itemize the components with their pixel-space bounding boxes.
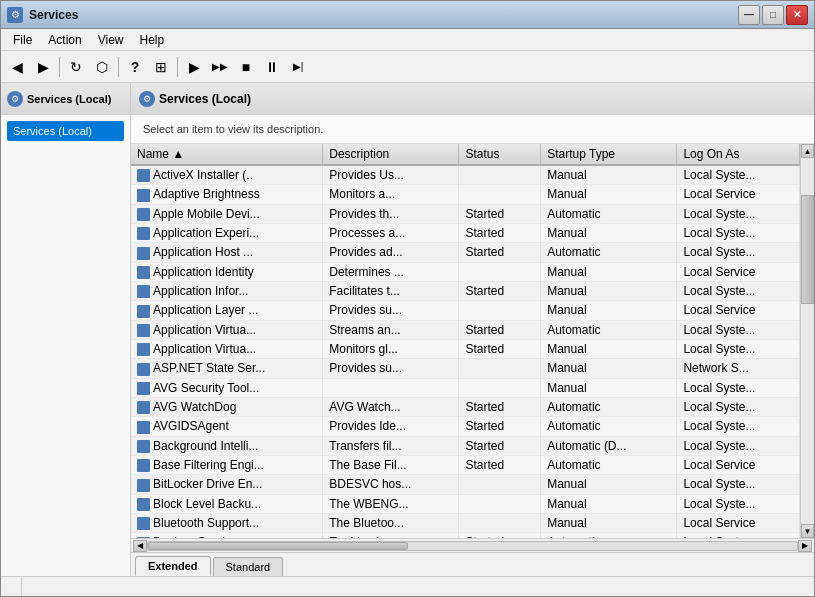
table-row[interactable]: Block Level Backu...The WBENG...ManualLo… [131, 494, 800, 513]
properties-button[interactable]: ⊞ [149, 55, 173, 79]
service-description: Provides ad... [323, 243, 459, 262]
service-status: Started [459, 397, 541, 416]
service-logon: Local Service [677, 262, 800, 281]
scroll-track[interactable] [801, 158, 814, 524]
stop-button[interactable]: ■ [234, 55, 258, 79]
table-row[interactable]: Adaptive BrightnessMonitors a...ManualLo… [131, 185, 800, 204]
service-name: Block Level Backu... [153, 497, 261, 511]
col-startup-type[interactable]: Startup Type [541, 144, 677, 165]
service-name-cell: Application Infor... [131, 281, 323, 300]
col-name[interactable]: Name ▲ [131, 144, 323, 165]
service-description: Monitors a... [323, 185, 459, 204]
vertical-scrollbar[interactable]: ▲ ▼ [800, 144, 814, 538]
scroll-left-button[interactable]: ◀ [133, 540, 147, 552]
service-logon: Network S... [677, 359, 800, 378]
table-row[interactable]: Apple Mobile Devi...Provides th...Starte… [131, 204, 800, 223]
table-row[interactable]: Application Virtua...Streams an...Starte… [131, 320, 800, 339]
horizontal-scrollbar[interactable]: ◀ ▶ [131, 538, 814, 552]
help-button[interactable]: ? [123, 55, 147, 79]
service-startup-type: Manual [541, 165, 677, 185]
table-row[interactable]: Application Host ...Provides ad...Starte… [131, 243, 800, 262]
table-row[interactable]: Application IdentityDetermines ...Manual… [131, 262, 800, 281]
menu-action[interactable]: Action [40, 31, 89, 49]
forward-button[interactable]: ▶ [31, 55, 55, 79]
menu-file[interactable]: File [5, 31, 40, 49]
service-status [459, 378, 541, 397]
service-icon [137, 498, 150, 511]
table-row[interactable]: Background Intelli...Transfers fil...Sta… [131, 436, 800, 455]
table-row[interactable]: Application Infor...Facilitates t...Star… [131, 281, 800, 300]
scroll-down-button[interactable]: ▼ [801, 524, 814, 538]
service-description: The Base Fil... [323, 455, 459, 474]
h-scroll-thumb[interactable] [148, 542, 408, 550]
service-logon: Local Syste... [677, 281, 800, 300]
tab-standard[interactable]: Standard [213, 557, 284, 576]
scroll-up-button[interactable]: ▲ [801, 144, 814, 158]
back-button[interactable]: ◀ [5, 55, 29, 79]
table-row[interactable]: ASP.NET State Ser...Provides su...Manual… [131, 359, 800, 378]
toolbar-separator-2 [118, 57, 119, 77]
service-startup-type: Automatic (D... [541, 436, 677, 455]
services-panel: ⚙ Services (Local) Select an item to vie… [131, 83, 814, 576]
services-table: Name ▲ Description Status Startup Type L… [131, 144, 800, 538]
table-row[interactable]: BitLocker Drive En...BDESVC hos...Manual… [131, 475, 800, 494]
menu-help[interactable]: Help [132, 31, 173, 49]
service-startup-type: Manual [541, 513, 677, 532]
service-name: ASP.NET State Ser... [153, 361, 265, 375]
maximize-button[interactable]: □ [762, 5, 784, 25]
table-row[interactable]: Application Virtua...Monitors gl...Start… [131, 339, 800, 358]
h-scroll-track[interactable] [147, 541, 798, 551]
table-row[interactable]: AVG WatchDogAVG Watch...StartedAutomatic… [131, 397, 800, 416]
table-row[interactable]: Base Filtering Engi...The Base Fil...Sta… [131, 455, 800, 474]
table-row[interactable]: AVGIDSAgentProvides Ide...StartedAutomat… [131, 417, 800, 436]
service-name: AVG WatchDog [153, 400, 236, 414]
service-status: Started [459, 223, 541, 242]
service-icon [137, 305, 150, 318]
service-name-cell: AVG Security Tool... [131, 378, 323, 397]
service-status: Started [459, 436, 541, 455]
services-icon: ⚙ [139, 91, 155, 107]
service-startup-type: Manual [541, 223, 677, 242]
service-status [459, 359, 541, 378]
service-name-cell: Apple Mobile Devi... [131, 204, 323, 223]
col-logon[interactable]: Log On As [677, 144, 800, 165]
col-status[interactable]: Status [459, 144, 541, 165]
main-area: ⚙ Services (Local) Services (Local) ⚙ Se… [1, 83, 814, 576]
refresh-button[interactable]: ↻ [64, 55, 88, 79]
col-description[interactable]: Description [323, 144, 459, 165]
service-name: Bluetooth Support... [153, 516, 259, 530]
table-row[interactable]: AVG Security Tool...ManualLocal Syste... [131, 378, 800, 397]
start-service-button[interactable]: ▶ [182, 55, 206, 79]
service-description: BDESVC hos... [323, 475, 459, 494]
close-button[interactable]: ✕ [786, 5, 808, 25]
table-row[interactable]: Application Experi...Processes a...Start… [131, 223, 800, 242]
services-panel-title: Services (Local) [159, 92, 251, 106]
sidebar-content: Services (Local) [1, 115, 130, 576]
service-status: Started [459, 204, 541, 223]
service-startup-type: Manual [541, 359, 677, 378]
scroll-thumb[interactable] [801, 195, 814, 305]
table-row[interactable]: ActiveX Installer (..Provides Us...Manua… [131, 165, 800, 185]
play2-button[interactable]: ▶▶ [208, 55, 232, 79]
service-icon [137, 537, 150, 538]
service-status: Started [459, 320, 541, 339]
minimize-button[interactable]: — [738, 5, 760, 25]
table-row[interactable]: Application Layer ...Provides su...Manua… [131, 301, 800, 320]
service-description: Provides su... [323, 359, 459, 378]
pause-button[interactable]: ⏸ [260, 55, 284, 79]
service-name: Apple Mobile Devi... [153, 207, 260, 221]
services-table-wrapper[interactable]: Name ▲ Description Status Startup Type L… [131, 144, 800, 538]
sidebar-selected-item[interactable]: Services (Local) [7, 121, 124, 141]
service-logon: Local Syste... [677, 378, 800, 397]
restart-button[interactable]: ▶| [286, 55, 310, 79]
export-list-button[interactable]: ⬡ [90, 55, 114, 79]
service-startup-type: Manual [541, 301, 677, 320]
service-description: Provides Ide... [323, 417, 459, 436]
menu-view[interactable]: View [90, 31, 132, 49]
service-status: Started [459, 339, 541, 358]
service-startup-type: Manual [541, 378, 677, 397]
scroll-right-button[interactable]: ▶ [798, 540, 812, 552]
table-row[interactable]: Bonjour ServiceEnables har...StartedAuto… [131, 533, 800, 538]
tab-extended[interactable]: Extended [135, 556, 211, 576]
table-row[interactable]: Bluetooth Support...The Bluetoo...Manual… [131, 513, 800, 532]
